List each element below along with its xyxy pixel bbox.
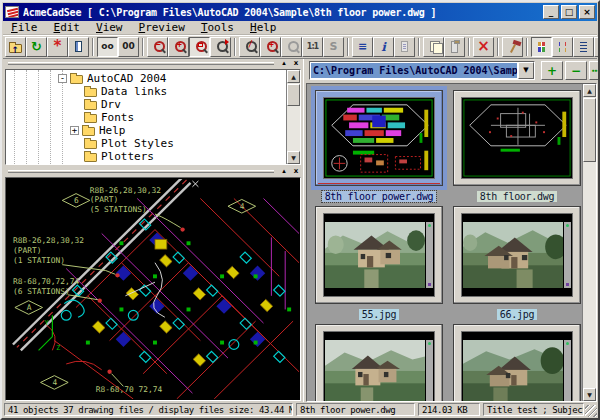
refresh-button[interactable]: ↻ <box>26 37 47 57</box>
toolbar-separator <box>234 38 236 56</box>
copy-button[interactable] <box>423 37 444 57</box>
tree-panel-header[interactable]: ▴ x <box>5 59 301 68</box>
watermark-strip <box>564 222 571 288</box>
toolbar-separator <box>526 38 528 56</box>
dense-plan-noise <box>343 108 405 143</box>
paste-button[interactable] <box>444 37 465 57</box>
layers-button[interactable]: ≡ <box>352 37 373 57</box>
svg-text:(PART): (PART) <box>90 195 118 204</box>
titlebar[interactable]: AcmeCadSee [ C:\Program Files\AutoCAD 20… <box>3 3 597 21</box>
thumbnail-photo-6[interactable] <box>453 324 581 402</box>
scrollbar-thumb[interactable] <box>287 84 300 106</box>
tree-item-autocad-2004[interactable]: - AutoCAD 2004 <box>6 72 284 85</box>
combo-dropdown-button[interactable]: ▼ <box>518 62 534 79</box>
thumb-larger-button[interactable]: + <box>541 61 563 80</box>
path-combobox[interactable]: C:\Program Files\AutoCAD 2004\Sample ▼ <box>309 61 535 80</box>
resize-grip[interactable] <box>585 405 597 417</box>
zoom-s-button[interactable]: S <box>323 37 344 57</box>
thumbnail-8th-floor-power-dwg[interactable] <box>315 90 443 186</box>
zoom-1to1-button[interactable]: 1:1 <box>302 37 323 57</box>
menu-edit[interactable]: Edit <box>46 21 89 34</box>
yellow-units <box>92 239 272 366</box>
tree-scrollbar[interactable]: ▲ ▼ <box>286 70 300 164</box>
thumbnail-photo-5[interactable] <box>315 324 443 402</box>
cad-drawing: R8B-26,28,30,32 (PART) (5 STATIONS) R8B-… <box>7 179 299 399</box>
scrollbar-thumb[interactable] <box>583 98 596 162</box>
preview-pages-icon: oo <box>101 42 113 51</box>
scroll-down-button[interactable]: ▼ <box>583 388 596 401</box>
collapse-expander[interactable]: - <box>58 74 67 83</box>
menu-help[interactable]: Help <box>242 21 285 34</box>
folder-icon <box>84 114 97 123</box>
preview-eyes-button[interactable]: 00 <box>118 37 139 57</box>
expand-expander[interactable]: + <box>70 126 79 135</box>
view-thumbnails-button[interactable] <box>531 37 552 57</box>
properties-button[interactable] <box>394 37 415 57</box>
menu-tools[interactable]: Tools <box>193 21 242 34</box>
properties-icon <box>401 41 408 52</box>
scroll-up-button[interactable]: ▲ <box>583 84 596 97</box>
view-list-button[interactable] <box>573 37 594 57</box>
layers-icon: ≡ <box>358 41 367 52</box>
scroll-up-button[interactable]: ▲ <box>287 70 300 83</box>
tree-item-fonts[interactable]: Fonts <box>6 111 284 124</box>
minimize-button[interactable]: _ <box>543 5 559 19</box>
thumbnail-66-jpg[interactable] <box>453 206 581 304</box>
svg-text:R8-68,70,72,74: R8-68,70,72,74 <box>13 277 80 286</box>
menu-file[interactable]: File <box>3 21 46 34</box>
view-icons-button[interactable] <box>552 37 573 57</box>
zoom-rect-button[interactable] <box>189 37 210 57</box>
preview-pages-button[interactable]: oo <box>97 37 118 57</box>
browser-scrollbar[interactable]: ▲ ▼ <box>582 84 596 401</box>
grip-handle[interactable] <box>8 62 274 65</box>
tree-item-drv[interactable]: Drv <box>6 98 284 111</box>
thumb-smaller-button[interactable]: − <box>565 61 587 80</box>
toolbar-separator <box>468 38 470 56</box>
delete-icon: × <box>477 39 490 54</box>
zoom-out-button[interactable]: − <box>147 37 168 57</box>
zoom-dynamic-button[interactable] <box>210 37 231 57</box>
status-summary: 41 objects 37 drawing files / display fi… <box>4 403 293 416</box>
collapse-preview-button[interactable]: ▴ <box>279 168 289 176</box>
scroll-down-button[interactable]: ▼ <box>287 151 300 164</box>
close-tree-button[interactable]: x <box>291 60 301 68</box>
thumbnail-label[interactable]: 8th floor power.dwg <box>315 190 443 203</box>
folder-up-button[interactable]: ↑ <box>5 37 26 57</box>
info-icon: i <box>381 41 386 53</box>
svg-text:(6 STATIONS): (6 STATIONS) <box>13 287 70 296</box>
grip-handle[interactable] <box>8 170 274 173</box>
thumbnail-55-jpg[interactable] <box>315 206 443 304</box>
thumbnail-label[interactable]: 8th floor.dwg <box>453 190 581 203</box>
view-details-button[interactable] <box>594 37 600 57</box>
tools-button[interactable] <box>502 37 523 57</box>
tree-item-plot-styles[interactable]: Plot Styles <box>6 137 284 150</box>
svg-text:Y: Y <box>44 319 48 327</box>
close-preview-button[interactable]: x <box>291 168 301 176</box>
zoom-in-icon: + <box>175 41 182 53</box>
tree-item-data-links[interactable]: Data links <box>6 85 284 98</box>
close-button[interactable]: × <box>579 5 595 19</box>
refresh-icon: ↻ <box>31 40 42 53</box>
info-button[interactable]: i <box>373 37 394 57</box>
zoom-extents-button[interactable]: + <box>260 37 281 57</box>
menu-preview[interactable]: Preview <box>131 21 193 34</box>
preview-panel-header[interactable]: ▴ x <box>5 167 301 176</box>
menu-view[interactable]: View <box>88 21 131 34</box>
thumbnail-label[interactable]: 55.jpg <box>315 308 443 321</box>
red-mascot-button[interactable]: * <box>47 37 68 57</box>
preview-eyes-icon: 00 <box>122 42 135 51</box>
status-filename: 8th floor power.dwg <box>296 403 415 416</box>
zoom-in-button[interactable]: + <box>168 37 189 57</box>
thumbnail-label[interactable]: 66.jpg <box>453 308 581 321</box>
maximize-button[interactable]: □ <box>561 5 577 19</box>
delete-button[interactable]: × <box>473 37 494 57</box>
tree-item-help[interactable]: + Help <box>6 124 284 137</box>
collapse-tree-button[interactable]: ▴ <box>279 60 289 68</box>
zoom-previous-button[interactable]: / <box>239 37 260 57</box>
split-view-button[interactable] <box>68 37 89 57</box>
thumbnail-8th-floor-dwg[interactable] <box>453 90 581 186</box>
svg-text:Z: Z <box>56 344 60 352</box>
thumb-options-button[interactable]: ••• <box>589 61 600 80</box>
tree-item-plotters[interactable]: Plotters <box>6 150 284 163</box>
zoom-off-button[interactable] <box>281 37 302 57</box>
